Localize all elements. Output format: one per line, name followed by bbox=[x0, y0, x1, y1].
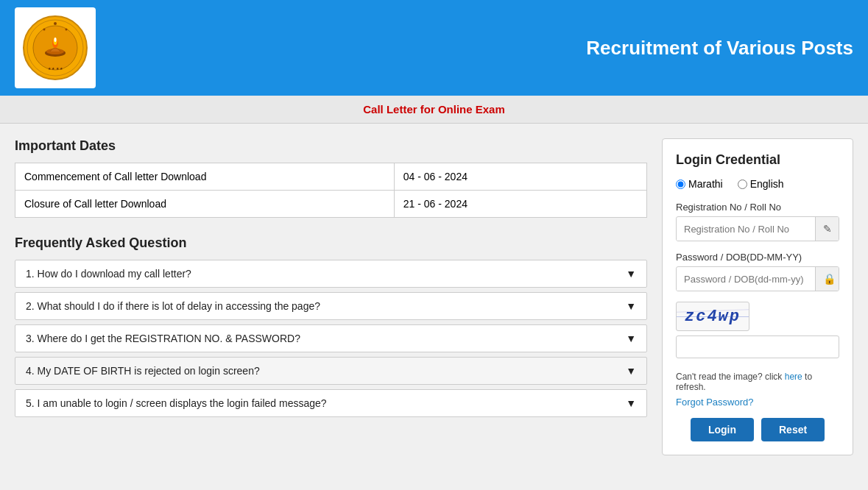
sub-header-text: Call Letter for Online Exam bbox=[363, 103, 505, 116]
faq-header[interactable]: 1. How do I download my call letter? ▼ bbox=[15, 260, 646, 287]
reg-label: Registration No / Roll No bbox=[676, 202, 839, 213]
faq-item[interactable]: 3. Where do I get the REGISTRATION NO. &… bbox=[15, 324, 647, 352]
password-input-group: 🔒 bbox=[676, 266, 839, 291]
date-label: Commencement of Call letter Download bbox=[15, 163, 395, 191]
sub-header: Call Letter for Online Exam bbox=[0, 96, 868, 124]
forgot-password-link[interactable]: Forgot Password? bbox=[676, 397, 839, 408]
faq-list: 1. How do I download my call letter? ▼ 2… bbox=[15, 260, 647, 417]
chevron-down-icon: ▼ bbox=[626, 397, 636, 409]
chevron-down-icon: ▼ bbox=[626, 300, 636, 312]
lock-icon: 🔒 bbox=[815, 267, 839, 291]
faq-question-text: 2. What should I do if there is lot of d… bbox=[26, 300, 320, 312]
svg-text:★ ★ ★ ★: ★ ★ ★ ★ bbox=[48, 67, 63, 71]
logo-container: ★ ★ ★ ★ bbox=[15, 7, 96, 88]
password-input[interactable] bbox=[677, 268, 815, 291]
reg-input-group: ✎ bbox=[676, 216, 839, 241]
faq-header[interactable]: 4. My DATE OF BIRTH is rejected on login… bbox=[15, 358, 646, 384]
date-label: Closure of Call letter Download bbox=[15, 191, 395, 218]
edit-icon: ✎ bbox=[815, 217, 839, 241]
table-row: Commencement of Call letter Download04 -… bbox=[15, 163, 647, 191]
date-value: 04 - 06 - 2024 bbox=[394, 163, 646, 191]
english-radio[interactable] bbox=[738, 180, 747, 189]
faq-item[interactable]: 5. I am unable to login / screen display… bbox=[15, 389, 647, 417]
faq-header[interactable]: 3. Where do I get the REGISTRATION NO. &… bbox=[15, 325, 646, 352]
captcha-note-text: Can't read the image? click bbox=[676, 372, 782, 382]
important-dates-title: Important Dates bbox=[15, 138, 647, 154]
svg-point-9 bbox=[66, 29, 68, 31]
faq-title: Frequently Asked Question bbox=[15, 235, 647, 251]
password-label: Password / DOB(DD-MM-YY) bbox=[676, 252, 839, 263]
marathi-radio-label[interactable]: Marathi bbox=[676, 178, 723, 190]
svg-point-10 bbox=[43, 29, 46, 31]
chevron-down-icon: ▼ bbox=[626, 333, 636, 344]
captcha-image: zc4wp bbox=[676, 302, 749, 331]
english-label: English bbox=[750, 178, 784, 190]
login-button[interactable]: Login bbox=[691, 418, 754, 441]
reg-input[interactable] bbox=[677, 218, 815, 241]
left-panel: Important Dates Commencement of Call let… bbox=[15, 138, 647, 422]
faq-item[interactable]: 1. How do I download my call letter? ▼ bbox=[15, 260, 647, 288]
faq-question-text: 5. I am unable to login / screen display… bbox=[26, 397, 327, 409]
table-row: Closure of Call letter Download21 - 06 -… bbox=[15, 191, 647, 218]
date-value: 21 - 06 - 2024 bbox=[394, 191, 646, 218]
svg-point-7 bbox=[54, 38, 57, 42]
captcha-input[interactable] bbox=[676, 335, 839, 358]
svg-point-8 bbox=[54, 22, 57, 25]
chevron-down-icon: ▼ bbox=[626, 365, 636, 377]
faq-item[interactable]: 4. My DATE OF BIRTH is rejected on login… bbox=[15, 357, 647, 385]
captcha-note: Can't read the image? click here to refr… bbox=[676, 372, 839, 392]
header-title: Recruitment of Various Posts bbox=[96, 37, 853, 60]
faq-item[interactable]: 2. What should I do if there is lot of d… bbox=[15, 292, 647, 320]
reset-button[interactable]: Reset bbox=[761, 418, 825, 441]
captcha-container: zc4wp bbox=[676, 302, 839, 364]
captcha-refresh-link[interactable]: here bbox=[785, 372, 802, 382]
english-radio-label[interactable]: English bbox=[738, 178, 784, 190]
main-content: Important Dates Commencement of Call let… bbox=[0, 124, 868, 470]
faq-question-text: 3. Where do I get the REGISTRATION NO. &… bbox=[26, 333, 300, 344]
button-row: Login Reset bbox=[676, 418, 839, 441]
language-selector: Marathi English bbox=[676, 178, 839, 190]
marathi-label: Marathi bbox=[688, 178, 723, 190]
logo-emblem: ★ ★ ★ ★ bbox=[22, 15, 88, 81]
marathi-radio[interactable] bbox=[676, 180, 685, 189]
login-panel: Login Credential Marathi English Registr… bbox=[662, 138, 853, 455]
login-title: Login Credential bbox=[676, 152, 839, 168]
chevron-down-icon: ▼ bbox=[626, 268, 636, 280]
faq-header[interactable]: 2. What should I do if there is lot of d… bbox=[15, 293, 646, 319]
faq-question-text: 4. My DATE OF BIRTH is rejected on login… bbox=[26, 365, 260, 377]
dates-table: Commencement of Call letter Download04 -… bbox=[15, 163, 647, 218]
captcha-text: zc4wp bbox=[685, 308, 741, 326]
faq-header[interactable]: 5. I am unable to login / screen display… bbox=[15, 390, 646, 416]
faq-question-text: 1. How do I download my call letter? bbox=[26, 268, 191, 280]
header: ★ ★ ★ ★ Recruitment of Various Posts bbox=[0, 0, 868, 96]
